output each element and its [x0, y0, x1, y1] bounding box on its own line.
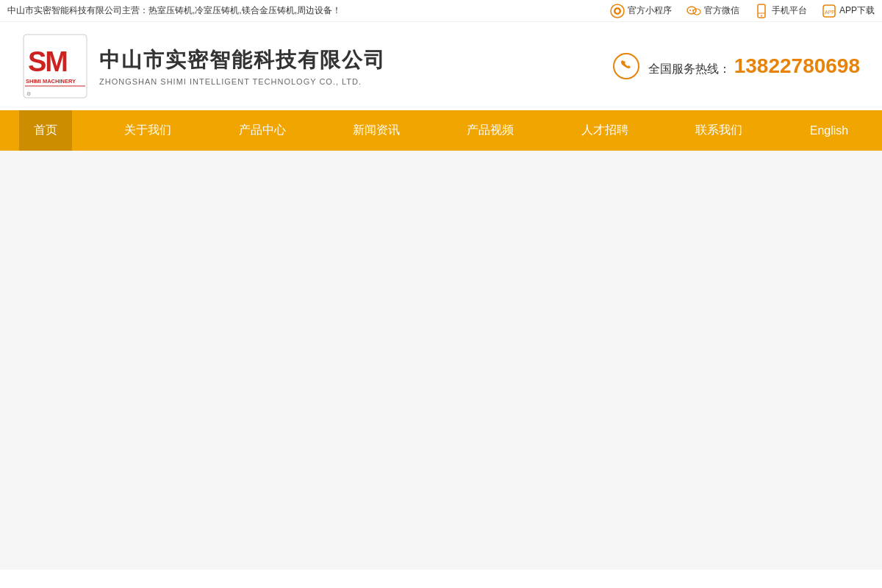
logo-area: SM SHIMI MACHINERY ⚙ 中山市实密智能科技有限公司 ZHONG… — [22, 33, 386, 99]
nav-item-contact[interactable]: 联系我们 — [681, 110, 757, 151]
miniprogram-icon — [610, 4, 625, 18]
wechat-link[interactable]: 官方微信 — [686, 4, 739, 18]
svg-point-8 — [761, 15, 762, 16]
top-bar: 中山市实密智能科技有限公司主营：热室压铸机,冷室压铸机,镁合金压铸机,周边设备！… — [0, 0, 882, 22]
app-label: APP下载 — [839, 4, 875, 17]
svg-point-6 — [692, 10, 694, 11]
nav-item-about[interactable]: 关于我们 — [110, 110, 186, 151]
header-right: 全国服务热线： 13822780698 — [612, 51, 860, 81]
svg-point-2 — [615, 9, 619, 12]
miniprogram-link[interactable]: 官方小程序 — [610, 4, 672, 18]
mobile-label: 手机平台 — [772, 4, 807, 17]
nav-item-recruitment[interactable]: 人才招聘 — [567, 110, 643, 151]
phone-icon — [612, 51, 641, 81]
app-icon: APP — [822, 4, 836, 18]
nav-item-home[interactable]: 首页 — [19, 110, 72, 151]
svg-text:⚙: ⚙ — [26, 91, 31, 96]
top-bar-links: 官方小程序 官方微信 手机平台 — [610, 4, 875, 18]
hotline-label: 全国服务热线： — [648, 62, 731, 75]
svg-text:APP: APP — [825, 10, 835, 15]
company-name-chinese: 中山市实密智能科技有限公司 — [99, 46, 386, 74]
header: SM SHIMI MACHINERY ⚙ 中山市实密智能科技有限公司 ZHONG… — [0, 22, 882, 110]
mobile-icon — [754, 4, 769, 18]
main-content — [0, 151, 882, 570]
wechat-icon — [686, 4, 701, 18]
wechat-label: 官方微信 — [704, 4, 739, 17]
svg-text:SHIMI MACHINERY: SHIMI MACHINERY — [26, 78, 76, 85]
hotline-info: 全国服务热线： 13822780698 — [648, 54, 860, 78]
app-download-link[interactable]: APP APP下载 — [822, 4, 875, 18]
nav-item-video[interactable]: 产品视频 — [452, 110, 528, 151]
company-logo[interactable]: SM SHIMI MACHINERY ⚙ — [22, 33, 88, 99]
top-bar-marquee: 中山市实密智能科技有限公司主营：热室压铸机,冷室压铸机,镁合金压铸机,周边设备！ — [7, 4, 341, 17]
svg-point-4 — [693, 9, 700, 15]
nav-item-english[interactable]: English — [795, 110, 863, 151]
nav-item-news[interactable]: 新闻资讯 — [338, 110, 415, 151]
nav-item-products[interactable]: 产品中心 — [224, 110, 301, 151]
svg-point-3 — [687, 7, 696, 14]
hotline-number[interactable]: 13822780698 — [734, 54, 860, 77]
company-name-english: ZHONGSHAN SHIMI INTELLIGENT TECHNOLOGY C… — [99, 77, 386, 86]
svg-text:SM: SM — [28, 46, 67, 77]
mobile-link[interactable]: 手机平台 — [754, 4, 807, 18]
svg-point-5 — [689, 10, 691, 11]
miniprogram-label: 官方小程序 — [628, 4, 672, 17]
logo-text: 中山市实密智能科技有限公司 ZHONGSHAN SHIMI INTELLIGEN… — [99, 46, 386, 86]
navbar: 首页 关于我们 产品中心 新闻资讯 产品视频 人才招聘 联系我们 English — [0, 110, 882, 151]
